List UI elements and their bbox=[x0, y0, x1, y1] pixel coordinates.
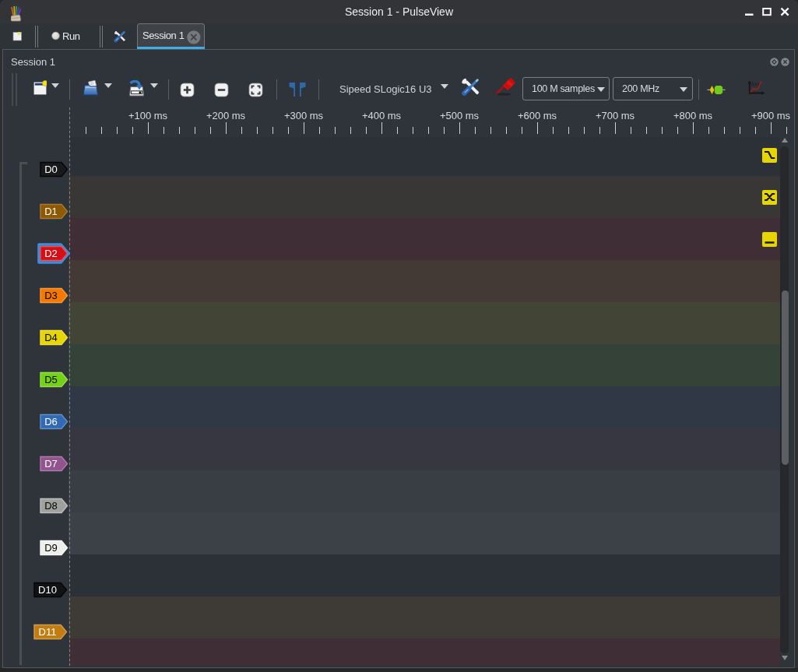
svg-text:D9: D9 bbox=[44, 542, 58, 554]
svg-text:D2: D2 bbox=[44, 248, 58, 259]
svg-text:D10: D10 bbox=[38, 584, 57, 596]
svg-text:D4: D4 bbox=[44, 332, 58, 343]
svg-text:D5: D5 bbox=[44, 374, 58, 385]
svg-text:D3: D3 bbox=[44, 290, 58, 301]
svg-text:D1: D1 bbox=[44, 206, 58, 217]
svg-text:D6: D6 bbox=[44, 416, 58, 427]
svg-text:D0: D0 bbox=[44, 164, 58, 175]
svg-text:f(x): f(x) bbox=[751, 81, 759, 87]
svg-text:D11: D11 bbox=[39, 626, 57, 638]
svg-text:D7: D7 bbox=[44, 458, 58, 470]
svg-text:D8: D8 bbox=[44, 500, 58, 512]
